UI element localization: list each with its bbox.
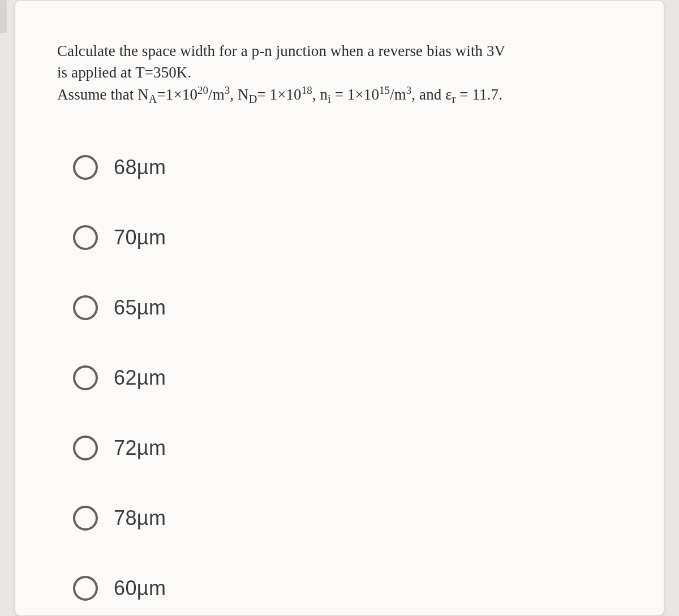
- sub-ND: D: [249, 93, 257, 105]
- radio-icon[interactable]: [73, 155, 98, 180]
- option-1[interactable]: 70µm: [73, 203, 664, 273]
- option-0[interactable]: 68µm: [73, 132, 664, 203]
- option-label: 60µm: [114, 576, 166, 600]
- option-6[interactable]: 60µm: [73, 553, 664, 616]
- sup-ND-exp: 18: [302, 84, 312, 96]
- question-text: Calculate the space width for a p-n junc…: [57, 40, 600, 105]
- text-eq1: =1×10: [157, 86, 197, 103]
- left-side-marker: [0, 0, 7, 33]
- sup-ni-exp: 15: [379, 84, 390, 96]
- option-5[interactable]: 78µm: [73, 483, 664, 553]
- text-per-m3-a: /m: [208, 86, 225, 103]
- radio-icon[interactable]: [73, 365, 98, 390]
- option-3[interactable]: 62µm: [73, 343, 664, 413]
- sup-cubed-b: 3: [406, 84, 412, 96]
- text-per-m3-b: /m: [390, 86, 406, 103]
- radio-icon[interactable]: [73, 295, 98, 320]
- options-list: 68µm 70µm 65µm 62µm 72µm: [57, 132, 664, 616]
- option-label: 78µm: [114, 506, 166, 530]
- card-content: Calculate the space width for a p-n junc…: [15, 1, 664, 616]
- option-label: 68µm: [114, 156, 166, 179]
- question-line-2: is applied at T=350K.: [57, 64, 191, 81]
- question-assume: Assume that NA=1×1020/m3, ND= 1×1018, ni…: [57, 86, 502, 103]
- text-eq2: = 1×10: [257, 86, 301, 103]
- text-eq3: = 1×10: [331, 86, 379, 103]
- option-label: 70µm: [114, 226, 166, 249]
- option-4[interactable]: 72µm: [73, 413, 664, 483]
- sup-cubed-a: 3: [225, 84, 230, 96]
- option-label: 65µm: [114, 296, 166, 320]
- question-line-1: Calculate the space width for a p-n junc…: [57, 42, 505, 59]
- radio-icon[interactable]: [73, 436, 98, 460]
- text-assume-prefix: Assume that N: [57, 86, 149, 103]
- text-sep1: , N: [230, 86, 248, 103]
- option-label: 62µm: [114, 366, 166, 390]
- text-eq4: = 11.7.: [455, 86, 502, 103]
- question-card: Calculate the space width for a p-n junc…: [15, 0, 664, 616]
- option-2[interactable]: 65µm: [73, 273, 664, 343]
- sub-NA: A: [149, 93, 157, 105]
- radio-icon[interactable]: [73, 506, 98, 531]
- sup-NA-exp: 20: [197, 84, 208, 96]
- text-sep2: , n: [312, 86, 328, 103]
- radio-icon[interactable]: [73, 225, 98, 250]
- radio-icon[interactable]: [73, 576, 98, 601]
- page-background: Calculate the space width for a p-n junc…: [0, 0, 679, 616]
- text-sep3: , and ε: [411, 86, 452, 103]
- option-label: 72µm: [114, 436, 166, 460]
